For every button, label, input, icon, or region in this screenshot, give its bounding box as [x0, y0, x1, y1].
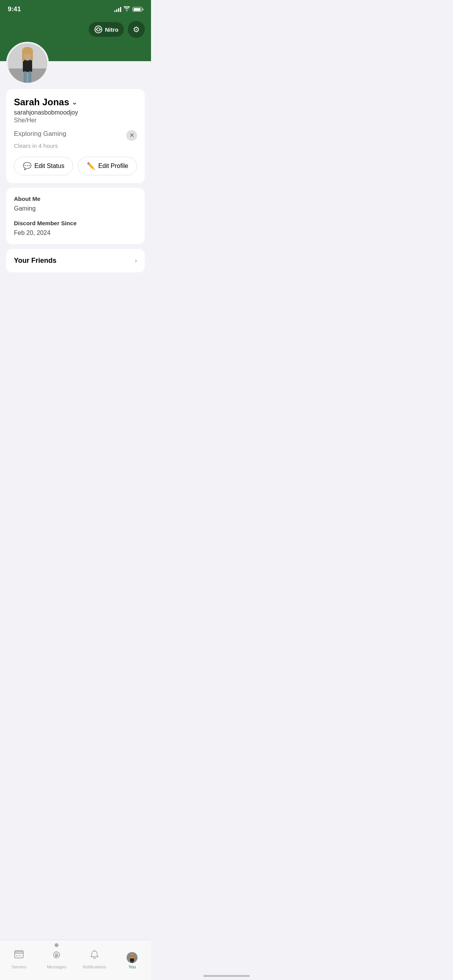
svg-rect-12 — [31, 51, 33, 61]
avatar-image — [8, 42, 47, 84]
member-since-title: Discord Member Since — [14, 220, 137, 226]
nitro-button[interactable]: Nitro — [89, 22, 124, 37]
bottom-spacer — [0, 277, 151, 308]
status-clears-text: Clears in 4 hours — [14, 142, 137, 149]
svg-rect-13 — [24, 71, 27, 83]
nitro-label: Nitro — [105, 26, 118, 33]
avatar-section — [0, 42, 151, 84]
profile-pronouns: She/Her — [14, 117, 137, 124]
svg-rect-11 — [22, 51, 24, 62]
edit-status-label: Edit Status — [34, 163, 64, 170]
clear-status-button[interactable]: ✕ — [126, 130, 137, 141]
status-icons — [114, 6, 143, 12]
about-me-value: Gaming — [14, 205, 137, 212]
profile-card: Sarah Jonas ⌄ sarahjonasbobmoodjoy She/H… — [6, 89, 145, 183]
status-row: Exploring Gaming ✕ — [14, 130, 137, 141]
about-card: About Me Gaming Discord Member Since Feb… — [6, 188, 145, 244]
profile-name-row: Sarah Jonas ⌄ — [14, 97, 137, 108]
pencil-icon: ✏️ — [87, 162, 95, 170]
gear-icon: ⚙ — [133, 25, 140, 34]
status-text: Exploring Gaming — [14, 130, 66, 138]
chevron-right-icon: › — [135, 257, 137, 265]
edit-profile-label: Edit Profile — [98, 163, 128, 170]
name-chevron-icon[interactable]: ⌄ — [72, 98, 77, 106]
battery-icon — [132, 7, 143, 12]
friends-card[interactable]: Your Friends › — [6, 249, 145, 272]
edit-status-button[interactable]: 💬 Edit Status — [14, 157, 73, 175]
wifi-icon — [124, 6, 130, 12]
settings-button[interactable]: ⚙ — [128, 21, 145, 38]
friends-label: Your Friends — [14, 257, 57, 265]
member-since-value: Feb 20, 2024 — [14, 230, 137, 236]
status-time: 9:41 — [8, 5, 21, 13]
status-bar: 9:41 — [0, 0, 151, 16]
close-icon: ✕ — [129, 132, 134, 139]
nitro-icon — [94, 25, 103, 34]
profile-display-name: Sarah Jonas — [14, 97, 69, 108]
avatar — [6, 42, 49, 84]
profile-username: sarahjonasbobmoodjoy — [14, 109, 137, 116]
about-me-title: About Me — [14, 195, 137, 202]
svg-point-1 — [97, 28, 100, 31]
svg-rect-14 — [28, 71, 31, 83]
speech-bubble-icon: 💬 — [23, 162, 31, 170]
edit-profile-button[interactable]: ✏️ Edit Profile — [78, 157, 137, 175]
signal-icon — [114, 7, 121, 12]
svg-rect-8 — [23, 60, 32, 72]
action-buttons: 💬 Edit Status ✏️ Edit Profile — [14, 157, 137, 175]
